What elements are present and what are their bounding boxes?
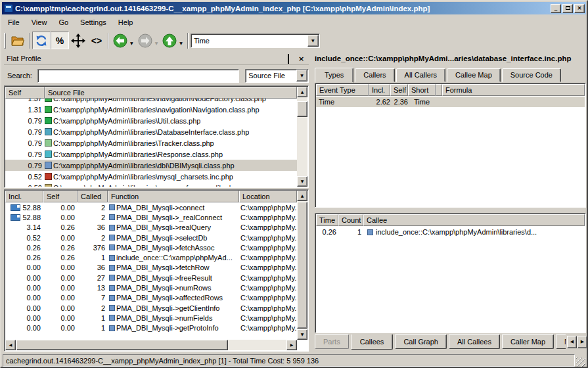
table-row[interactable]: 0.00 0.00 7 PMA_DBI_Mysqli->affectedRows… [5,293,297,303]
table-row[interactable]: 0.52 0.00 2 PMA_DBI_Mysqli->selectDb C:\… [5,233,297,242]
list-item[interactable]: 0.79 C:\xampp\phpMyAdmin\libraries\Datab… [5,126,297,137]
column-header-location[interactable]: Location [239,191,297,202]
tab-call-graph[interactable]: Call Graph [395,334,447,349]
list-item[interactable]: 0.52 C:\xampp\phpMyAdmin\libraries\user_… [5,182,297,187]
table-row[interactable]: 0.26 0.26 1 include_once::C:\xampp\phpMy… [5,252,297,262]
back-button[interactable] [111,32,129,49]
table-row[interactable]: 0.26 0.26 376 PMA_DBI_Mysqli->fetchAssoc… [5,242,297,252]
grouping-combobox[interactable]: Source File ▼ [245,69,309,83]
column-header-callee[interactable]: Callee [363,214,585,226]
close-button[interactable]: × [574,4,585,13]
table-row[interactable]: 3.14 0.26 36 PMA_DBI_Mysqli->realQuery C… [5,223,297,233]
open-file-button[interactable] [9,32,27,49]
minimize-button[interactable]: _ [551,4,561,13]
search-input[interactable] [37,69,239,83]
called-count: 2 [78,214,108,221]
horizontal-scrollbar[interactable]: ◀ ▶ [5,340,297,350]
list-item[interactable]: 0.79 C:\xampp\phpMyAdmin\libraries\Util.… [5,115,297,126]
tab-all-callers[interactable]: All Callers [396,68,446,82]
column-header-self[interactable]: Self [5,87,45,99]
tab-source-code[interactable]: Source Code [502,68,561,82]
table-row[interactable]: 0.00 0.00 1 PMA_DBI_Mysqli->numFields C:… [5,313,297,323]
title-bar[interactable]: C:\xampp\tmp\cachegrind.out.1416463299-C… [2,2,586,14]
tab-scroll-right-button[interactable]: ▶ [577,336,587,348]
scrollbar-thumb[interactable] [297,202,307,329]
tab-caller-map[interactable]: Caller Map [502,334,554,349]
column-header-incl[interactable]: Incl. [369,84,390,96]
tab-callees[interactable]: Callees [351,334,394,350]
column-header-self[interactable]: Self [390,84,408,96]
scroll-up-button[interactable]: ▲ [297,191,307,201]
maximize-button[interactable] [562,4,573,13]
table-row[interactable]: 0.00 0.00 13 PMA_DBI_Mysqli->numRows C:\… [5,283,297,292]
forward-dropdown-caret[interactable]: ▼ [155,41,158,45]
list-item[interactable]: 0.79 C:\xampp\phpMyAdmin\libraries\Respo… [5,149,297,160]
table-row[interactable]: 0.00 0.00 27 PMA_DBI_Mysqli->freeResult … [5,273,297,283]
callee-row[interactable]: 0.26 1 include_once::C:\xampp\phpMyAdmin… [316,227,585,237]
tab-parts[interactable]: Parts [315,334,349,349]
column-header-source-file[interactable]: Source File [45,87,297,99]
table-row[interactable]: 0.00 0.00 2 PMA_DBI_Mysqli->getClientInf… [5,303,297,313]
chevron-down-icon[interactable]: ▼ [307,35,319,47]
scroll-down-button[interactable]: ▼ [297,329,307,340]
up-dropdown-caret[interactable]: ▼ [179,41,183,45]
scroll-up-button[interactable]: ▲ [297,87,307,97]
close-dock-button[interactable]: × [298,55,306,62]
column-header-incl[interactable]: Incl. [5,191,43,202]
list-item-selected[interactable]: 0.79 C:\xampp\phpMyAdmin\libraries\dbi\D… [5,160,297,171]
move-arrows-icon [71,34,85,48]
column-header-count[interactable]: Count [338,214,363,226]
menu-settings[interactable]: Settings [74,16,112,28]
list-item[interactable]: 1.31 C:\xampp\phpMyAdmin\libraries\navig… [5,104,297,115]
column-header-short[interactable]: Short [408,84,436,96]
toolbar-handle[interactable] [4,33,6,49]
dock-title-bar[interactable]: Flat Profile × [4,53,309,65]
up-button[interactable] [160,32,179,49]
resize-grip-icon[interactable] [576,357,585,367]
scrollbar-thumb[interactable] [16,340,228,350]
vertical-scrollbar[interactable]: ▲ ▼ [297,87,307,187]
event-type-row-selected[interactable]: Time 2.62 2.36 Time [316,97,585,107]
menu-view[interactable]: View [26,16,53,28]
expand-areas-button[interactable] [69,32,87,49]
table-row[interactable]: 52.88 0.00 2 PMA_DBI_Mysqli->connect C:\… [5,202,297,212]
table-row[interactable]: 52.88 0.00 2 PMA_DBI_Mysqli->_realConnec… [5,212,297,222]
cycle-groups-button[interactable] [32,32,51,49]
list-item[interactable]: 0.79 C:\xampp\phpMyAdmin\libraries\Track… [5,137,297,149]
tab-types[interactable]: Types [315,68,353,83]
event-type-combobox[interactable]: Time ▼ [191,34,320,48]
percent-icon: % [56,35,64,46]
column-header-self[interactable]: Self [43,191,78,202]
float-dock-button[interactable] [288,55,296,62]
column-header-function[interactable]: Function [108,191,239,202]
self-cost: 0.79 [5,128,45,136]
tab-all-callees[interactable]: All Callees [449,334,500,349]
column-header-called[interactable]: Called [78,191,108,202]
chevron-down-icon[interactable]: ▼ [296,70,307,81]
tab-scroll-left-button[interactable]: ◀ [567,336,577,348]
menu-file[interactable]: File [2,16,26,28]
menu-help[interactable]: Help [112,16,139,28]
scroll-right-button[interactable]: ▶ [286,340,297,350]
incl-cost: 52.88 [22,214,41,221]
column-header-time[interactable]: Time [316,214,338,226]
scroll-down-button[interactable]: ▼ [297,176,307,187]
relative-percent-button[interactable]: % [51,32,69,49]
tab-callers[interactable]: Callers [355,68,394,82]
menu-go[interactable]: Go [53,16,74,28]
shorten-templates-button[interactable]: <> [87,32,106,49]
event-types-table: Event Type Incl. Self Short Formula Time… [315,83,586,208]
list-item[interactable]: 0.52 C:\xampp\phpMyAdmin\libraries\mysql… [5,171,297,182]
list-item[interactable]: 1.37 C:\xampp\phpMyAdmin\libraries\navig… [5,99,297,104]
scrollbar-thumb[interactable] [297,101,307,117]
tab-callee-map[interactable]: Callee Map [447,68,501,82]
scroll-left-button[interactable]: ◀ [5,340,16,350]
column-header-formula[interactable]: Formula [442,84,585,96]
column-header-event-type[interactable]: Event Type [316,84,369,96]
forward-button[interactable] [136,32,154,49]
table-row[interactable]: 0.00 0.00 36 PMA_DBI_Mysqli->fetchRow C:… [5,263,297,273]
table-row[interactable]: 0.00 0.00 1 PMA_DBI_Mysqli->getProtoInfo… [5,323,297,333]
tab-machine[interactable]: Machine [556,334,566,349]
vertical-scrollbar[interactable]: ▲ ▼ [297,191,307,340]
back-dropdown-caret[interactable]: ▼ [130,41,133,45]
